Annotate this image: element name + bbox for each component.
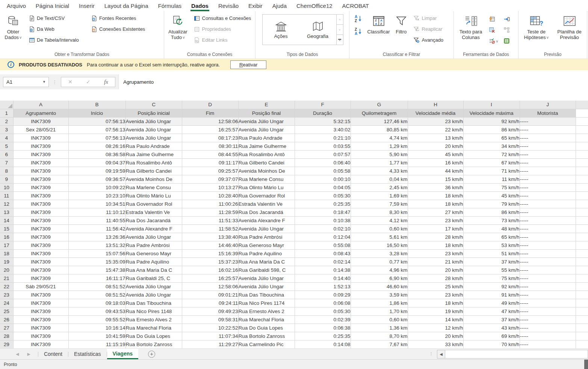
- cell-C27[interactable]: Rua Marechal Floria: [125, 324, 182, 332]
- cell-C29[interactable]: Rua Bortolo Zanross: [125, 340, 182, 348]
- cell-G18[interactable]: 3,28 km: [351, 249, 408, 258]
- cell-F27[interactable]: 0:06:38: [295, 324, 351, 332]
- row-header-29[interactable]: 29: [0, 340, 13, 348]
- cell-B22[interactable]: 08:51:52: [68, 282, 125, 291]
- cell-D16[interactable]: 13:38:40: [182, 233, 238, 241]
- cell-H11[interactable]: 18 km/h: [408, 191, 463, 200]
- cell-D6[interactable]: 08:44:55: [182, 150, 238, 158]
- cell-H15[interactable]: 17 km/h: [408, 224, 463, 233]
- cell-C25[interactable]: Rua Nico Pires 1148: [125, 307, 182, 315]
- cell-D18[interactable]: 15:16:39: [182, 249, 238, 258]
- cell-E17[interactable]: Rua Generoso Mayr: [238, 241, 295, 249]
- cell-extra-6[interactable]: [576, 150, 588, 158]
- cell-B18[interactable]: 15:07:56: [68, 249, 125, 258]
- cell-C15[interactable]: Avenida Alexandre F: [125, 224, 182, 233]
- select-all-corner[interactable]: [0, 101, 13, 109]
- row-header-9[interactable]: 9: [0, 175, 13, 183]
- menu-tab-arquivo[interactable]: Arquivo: [2, 0, 31, 11]
- cell-C20[interactable]: Rua Ana Maria Da C: [125, 266, 182, 274]
- remover-duplicatas-button[interactable]: [488, 24, 499, 35]
- cell-F15[interactable]: 0:02:10: [295, 224, 351, 233]
- cell-G19[interactable]: 0,77 km: [351, 258, 408, 266]
- cell-J5[interactable]: -----: [520, 142, 576, 150]
- cell-F4[interactable]: 0:21:10: [295, 134, 351, 142]
- cell-H18[interactable]: 23 km/h: [408, 249, 463, 258]
- cell-F6[interactable]: 0:07:57: [295, 150, 351, 158]
- row-header-17[interactable]: 17: [0, 241, 13, 249]
- cell-extra-3[interactable]: [576, 125, 588, 134]
- cell-F2[interactable]: 5:32:15: [295, 117, 351, 125]
- sort-descending-button[interactable]: ZA: [352, 26, 365, 37]
- cell-H19[interactable]: 21 km/h: [408, 258, 463, 266]
- geografia-data-type[interactable]: Geografia: [299, 15, 336, 45]
- cell-B15[interactable]: 11:56:42: [68, 224, 125, 233]
- cell-extra-19[interactable]: [576, 258, 588, 266]
- cell-D3[interactable]: 16:25:57: [182, 125, 238, 134]
- texto-para-colunas-button[interactable]: Texto para Colunas: [456, 13, 485, 51]
- cell-I18[interactable]: 51 km/h: [463, 249, 520, 258]
- cell-G5[interactable]: 1,29 km: [351, 142, 408, 150]
- cell-C14[interactable]: Rua Dos Jacarandá: [125, 216, 182, 224]
- cell-F23[interactable]: 0:09:29: [295, 291, 351, 299]
- cell-H14[interactable]: 23 km/h: [408, 216, 463, 224]
- conexoes-existentes-button[interactable]: Conexões Existentes: [89, 24, 161, 35]
- cell-extra-21[interactable]: [576, 274, 588, 282]
- cell-J16[interactable]: -----: [520, 233, 576, 241]
- menu-tab-fórmulas[interactable]: Fórmulas: [153, 0, 187, 11]
- acoes-data-type[interactable]: Ações: [263, 15, 299, 45]
- cell-A23[interactable]: INK7309: [13, 291, 68, 299]
- cell-J21[interactable]: -----: [520, 274, 576, 282]
- cell-D21[interactable]: 16:25:57: [182, 274, 238, 282]
- cell-B1[interactable]: Início: [68, 109, 125, 117]
- cell-E4[interactable]: Rua Paulo Andrade: [238, 134, 295, 142]
- cell-E19[interactable]: Rua Ana Maria Da C: [238, 258, 295, 266]
- cell-G11[interactable]: 1,69 km: [351, 191, 408, 200]
- cell-A6[interactable]: INK7309: [13, 150, 68, 158]
- cell-I27[interactable]: 43 km/h: [463, 324, 520, 332]
- cell-H22[interactable]: 25 km/h: [408, 282, 463, 291]
- column-header-G[interactable]: G: [351, 101, 408, 109]
- cell-I25[interactable]: 47 km/h: [463, 307, 520, 315]
- cell-B9[interactable]: 09:36:57: [68, 175, 125, 183]
- column-header-J[interactable]: J: [520, 101, 576, 109]
- cell-F28[interactable]: 0:25:35: [295, 332, 351, 340]
- de-tabela-intervalo-button[interactable]: De Tabela/Intervalo: [27, 35, 86, 45]
- row-header-24[interactable]: 24: [0, 299, 13, 307]
- row-header-20[interactable]: 20: [0, 266, 13, 274]
- row-header-8[interactable]: 8: [0, 167, 13, 175]
- cell-I3[interactable]: 86 km/h: [463, 125, 520, 134]
- cell-A4[interactable]: INK7309: [13, 134, 68, 142]
- cell-B6[interactable]: 08:36:58: [68, 150, 125, 158]
- cell-C28[interactable]: Rua Do Guia Lopes: [125, 332, 182, 340]
- row-header-19[interactable]: 19: [0, 258, 13, 266]
- cell-extra-18[interactable]: [576, 249, 588, 258]
- cell-H4[interactable]: 13 km/h: [408, 134, 463, 142]
- menu-tab-ajuda[interactable]: Ajuda: [268, 0, 292, 11]
- cell-extra-1[interactable]: [576, 109, 588, 117]
- cell-H6[interactable]: 45 km/h: [408, 150, 463, 158]
- cell-G29[interactable]: 7,67 km: [351, 340, 408, 348]
- cell-I7[interactable]: 67 km/h: [463, 158, 520, 167]
- cell-F9[interactable]: 0:00:10: [295, 175, 351, 183]
- cell-A16[interactable]: INK7309: [13, 233, 68, 241]
- cell-E27[interactable]: Rua Do Guia Lopes: [238, 324, 295, 332]
- cell-D23[interactable]: 09:01:21: [182, 291, 238, 299]
- cell-E12[interactable]: Estrada Valentin Ve: [238, 200, 295, 208]
- cell-F25[interactable]: 0:05:30: [295, 307, 351, 315]
- cell-F12[interactable]: 0:25:35: [295, 200, 351, 208]
- cell-J13[interactable]: -----: [520, 208, 576, 216]
- cell-J25[interactable]: -----: [520, 307, 576, 315]
- cell-A13[interactable]: INK7309: [13, 208, 68, 216]
- row-header-6[interactable]: 6: [0, 150, 13, 158]
- cell-I11[interactable]: 45 km/h: [463, 191, 520, 200]
- cell-extra-4[interactable]: [576, 134, 588, 142]
- cell-G1[interactable]: Quilometragem: [351, 109, 408, 117]
- cell-F20[interactable]: 0:14:38: [295, 266, 351, 274]
- cell-B21[interactable]: 16:11:17: [68, 274, 125, 282]
- menu-tab-exibir[interactable]: Exibir: [243, 0, 268, 11]
- sheet-tab-estatísticas[interactable]: Estatísticas: [68, 349, 107, 359]
- cell-H7[interactable]: 16 km/h: [408, 158, 463, 167]
- cell-extra-25[interactable]: [576, 307, 588, 315]
- cell-H10[interactable]: 36 km/h: [408, 183, 463, 191]
- cell-H12[interactable]: 18 km/h: [408, 200, 463, 208]
